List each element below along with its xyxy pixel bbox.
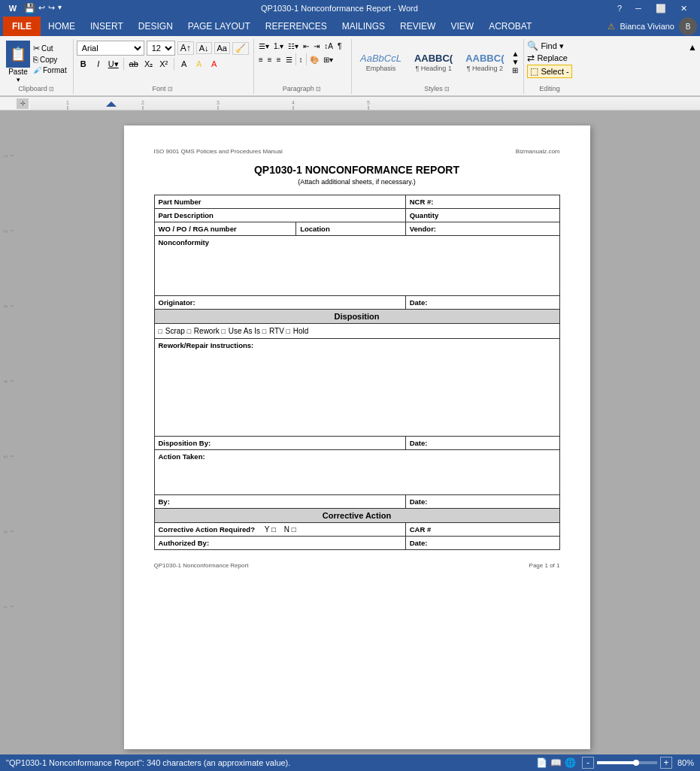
- scrap-checkbox[interactable]: □: [159, 328, 162, 335]
- numbering-btn[interactable]: 1.▾: [272, 41, 285, 52]
- strikethrough-button[interactable]: ab: [127, 57, 141, 71]
- multi-list-btn[interactable]: ☷▾: [286, 41, 300, 52]
- paragraph-label: Paragraph ⊡: [257, 83, 347, 94]
- clear-format-btn[interactable]: 🧹: [232, 42, 249, 55]
- ruler-corner[interactable]: ⊹: [17, 98, 29, 109]
- font-size-select[interactable]: 12: [147, 41, 175, 56]
- by-date-label: Date:: [410, 497, 428, 506]
- bold-button[interactable]: B: [77, 57, 90, 71]
- ruler-scale: 1 2 3 4 5: [30, 97, 700, 110]
- rework-label-text: Rework/Repair Instructions:: [159, 341, 254, 349]
- table-row: Nonconformity: [154, 236, 559, 296]
- replace-icon: ⇄: [527, 53, 535, 63]
- restore-button[interactable]: ⬜: [650, 0, 671, 17]
- minimize-button[interactable]: ─: [628, 0, 649, 17]
- borders-btn[interactable]: ⊞▾: [322, 54, 335, 65]
- menu-file[interactable]: FILE: [3, 17, 41, 36]
- disposition-by-label: Disposition By:: [159, 439, 211, 447]
- styles-label: Styles ⊡: [355, 83, 519, 94]
- originator-date-label: Date:: [410, 298, 428, 307]
- read-mode-btn[interactable]: 📖: [550, 757, 562, 768]
- line-spacing-btn[interactable]: ↕: [298, 54, 305, 65]
- menu-design[interactable]: DESIGN: [131, 17, 180, 36]
- help-icon[interactable]: ?: [617, 4, 622, 13]
- decrease-font-btn[interactable]: A↓: [196, 42, 212, 54]
- hold-checkbox[interactable]: □: [286, 328, 290, 335]
- menu-page-layout[interactable]: PAGE LAYOUT: [180, 17, 258, 36]
- page-area: ISO 9001 QMS Policies and Procedures Man…: [14, 110, 700, 764]
- align-left-btn[interactable]: ≡: [257, 54, 265, 65]
- table-row: Corrective Action Required? Y □ N □ CAR …: [154, 523, 559, 537]
- style-heading1[interactable]: AABBC( ¶ Heading 1: [409, 50, 458, 74]
- show-para-btn[interactable]: ¶: [336, 41, 343, 52]
- menu-acrobat[interactable]: ACROBAT: [481, 17, 539, 36]
- replace-button[interactable]: ⇄ Replace: [527, 53, 567, 63]
- menu-view[interactable]: VIEW: [443, 17, 481, 36]
- font-color-button[interactable]: A: [208, 57, 221, 71]
- copy-button[interactable]: ⎘ Copy: [33, 55, 67, 64]
- font-name-select[interactable]: Arial: [77, 41, 144, 56]
- find-icon: 🔍: [527, 41, 538, 51]
- zoom-bar[interactable]: [597, 761, 657, 764]
- authorized-date-cell: Date:: [405, 537, 559, 550]
- italic-button[interactable]: I: [92, 57, 105, 71]
- print-layout-btn[interactable]: 📄: [536, 757, 547, 768]
- decrease-indent-btn[interactable]: ⇤: [302, 41, 311, 52]
- justify-btn[interactable]: ☰: [284, 54, 294, 65]
- style-emphasis[interactable]: AaBbCcL Emphasis: [355, 50, 407, 74]
- superscript-button[interactable]: X²: [157, 57, 171, 71]
- title-bar-left: W 💾 ↩ ↪ ▾: [6, 2, 62, 15]
- menu-review[interactable]: REVIEW: [392, 17, 443, 36]
- table-row: Rework/Repair Instructions:: [154, 339, 559, 437]
- format-painter-button[interactable]: 🖌 Format: [33, 65, 67, 74]
- increase-font-btn[interactable]: A↑: [177, 41, 194, 55]
- underline-button[interactable]: U▾: [107, 57, 120, 71]
- text-effect-button[interactable]: A: [177, 57, 191, 71]
- cut-button[interactable]: ✂ Cut: [33, 44, 67, 53]
- bullets-btn[interactable]: ☰▾: [257, 41, 271, 52]
- close-button[interactable]: ✕: [673, 0, 694, 17]
- increase-indent-btn[interactable]: ⇥: [312, 41, 321, 52]
- zoom-in-btn[interactable]: +: [660, 757, 672, 769]
- menu-insert[interactable]: INSERT: [83, 17, 131, 36]
- style-heading2[interactable]: AABBC( ¶ Heading 2: [460, 50, 509, 74]
- zoom-out-btn[interactable]: -: [582, 757, 594, 769]
- table-row: □ Scrap □ Rework □ Use As Is □ RTV □ Hol…: [154, 324, 559, 339]
- highlight-button[interactable]: A: [192, 57, 206, 71]
- web-layout-btn[interactable]: 🌐: [565, 757, 576, 768]
- quick-access-more[interactable]: ▾: [58, 3, 62, 14]
- nonconformity-label: Nonconformity: [159, 238, 210, 246]
- menu-mailings[interactable]: MAILINGS: [335, 17, 392, 36]
- authorized-date-label: Date:: [410, 539, 428, 547]
- styles-scroll-up[interactable]: ▲ ▼ ⊞: [511, 50, 519, 74]
- paste-button[interactable]: 📋 Paste▾: [6, 41, 30, 83]
- rework-checkbox[interactable]: □: [187, 328, 191, 335]
- no-checkbox[interactable]: N □: [284, 525, 296, 534]
- rework-label: Rework: [194, 327, 222, 335]
- menu-references[interactable]: REFERENCES: [258, 17, 335, 36]
- change-case-btn[interactable]: Aa: [214, 42, 230, 54]
- ribbon-collapse-btn[interactable]: ▲: [682, 39, 697, 94]
- align-center-btn[interactable]: ≡: [266, 54, 274, 65]
- zoom-level[interactable]: 80%: [677, 758, 694, 767]
- find-button[interactable]: 🔍 Find ▾: [527, 41, 563, 51]
- select-button[interactable]: ⬚ Select -: [527, 65, 571, 78]
- username[interactable]: Bianca Viviano: [620, 22, 674, 31]
- vendor-label: Vendor:: [410, 225, 436, 233]
- svg-text:7: 7: [3, 606, 8, 609]
- subscript-button[interactable]: X₂: [142, 57, 156, 71]
- vertical-ruler: 1 2 3 4 5 6 7: [0, 110, 14, 764]
- svg-text:1: 1: [3, 155, 8, 158]
- quick-save-icon[interactable]: 💾: [24, 3, 35, 14]
- menu-home[interactable]: HOME: [41, 17, 83, 36]
- sort-btn[interactable]: ↕A: [323, 41, 335, 52]
- use-as-is-checkbox[interactable]: □: [222, 328, 226, 335]
- user-avatar: B: [679, 17, 697, 35]
- yes-checkbox[interactable]: Y □: [265, 525, 276, 534]
- rtv-checkbox[interactable]: □: [262, 328, 266, 335]
- table-row: Part Number NCR #:: [154, 195, 559, 209]
- quick-undo-icon[interactable]: ↩: [38, 3, 45, 14]
- align-right-btn[interactable]: ≡: [275, 54, 283, 65]
- shading-btn[interactable]: 🎨: [308, 54, 320, 65]
- quick-redo-icon[interactable]: ↪: [48, 3, 55, 14]
